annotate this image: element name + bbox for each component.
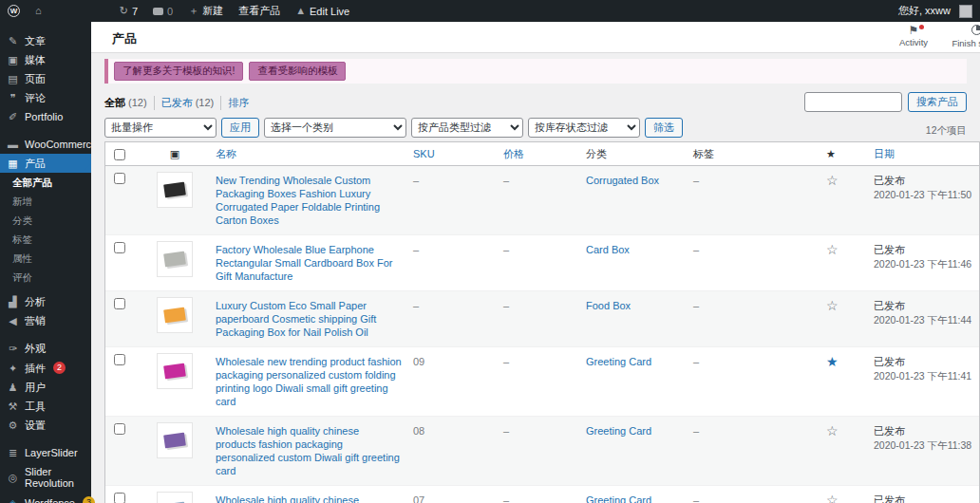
featured-star[interactable]: ★ [826, 354, 839, 369]
learn-more-templates-button[interactable]: 了解更多关于模板的知识! [114, 62, 243, 81]
table-header-row: ▣ 名称 SKU 价格 分类 标签 ★ 日期 [105, 142, 979, 166]
category-link[interactable]: Greeting Card [586, 425, 651, 437]
woocommerce-icon: ▬ [7, 139, 19, 150]
product-name-link[interactable]: New Trending Wholesale Custom Packaging … [216, 174, 402, 227]
sidebar-item-appearance[interactable]: ✑ 外观 [0, 339, 91, 358]
products-icon: ▦ [7, 158, 19, 169]
publish-status: 已发布 [874, 494, 975, 503]
featured-star[interactable]: ☆ [826, 173, 839, 188]
featured-star[interactable]: ☆ [826, 493, 839, 503]
sidebar-item-portfolio[interactable]: ✐ Portfolio [0, 107, 91, 126]
stock-status-filter-select[interactable]: 按库存状态过滤 [528, 118, 640, 138]
submenu-item-tags[interactable]: 标签 [0, 231, 91, 250]
apply-button[interactable]: 应用 [221, 118, 259, 138]
sidebar-item-layerslider[interactable]: ≣ LayerSlider [0, 443, 91, 462]
view-sorting-link[interactable]: 排序 [221, 96, 255, 110]
page-title: 产品 [112, 30, 137, 47]
filter-button[interactable]: 筛选 [645, 118, 683, 138]
sidebar-item-settings[interactable]: ⚙ 设置 [0, 416, 91, 435]
product-type-filter-select[interactable]: 按产品类型过滤 [411, 118, 523, 138]
name-column-header[interactable]: 名称 [212, 142, 409, 165]
comments-icon [153, 8, 163, 15]
category-link[interactable]: Card Box [586, 244, 630, 255]
product-thumbnail[interactable] [138, 166, 212, 215]
product-name-link[interactable]: Wholesale high quality chinese products … [216, 424, 402, 477]
product-name-link[interactable]: Luxury Custom Eco Small Paper paperboard… [216, 299, 402, 339]
sidebar-item-media[interactable]: ▣ 媒体 [0, 50, 91, 69]
submenu-item-add-new[interactable]: 新增 [0, 193, 91, 212]
product-thumbnail[interactable] [138, 235, 212, 285]
activity-button[interactable]: ⚑ Activity [885, 25, 942, 47]
product-thumbnail[interactable] [138, 417, 212, 466]
wrench-icon: ⚒ [7, 401, 19, 412]
category-link[interactable]: Greeting Card [586, 356, 651, 367]
sku-column-header[interactable]: SKU [409, 142, 499, 165]
wordpress-logo[interactable]: W [0, 0, 28, 22]
sidebar-item-plugins[interactable]: ✦ 插件 2 [0, 358, 91, 378]
product-thumbnail[interactable] [138, 347, 212, 397]
date-column-header[interactable]: 日期 [870, 142, 979, 165]
publish-date: 2020-01-23 下午11:41 [874, 369, 975, 382]
category-link[interactable]: Corrugated Box [586, 175, 659, 186]
featured-star[interactable]: ☆ [826, 242, 839, 257]
bulk-actions-select[interactable]: 批量操作 [104, 118, 217, 138]
main-content: 产品 ⚑ Activity Finish setup 了解更多关于模板的知识! … [91, 22, 980, 503]
product-name-link[interactable]: Wholesale high quality chinese products … [216, 494, 402, 503]
sidebar-item-pages[interactable]: ▤ 页面 [0, 69, 91, 88]
comments-link[interactable]: 0 [145, 0, 180, 22]
row-checkbox[interactable] [114, 242, 125, 253]
table-row: Factory Wholesale Blue Earphone Rectangu… [105, 235, 979, 291]
row-checkbox[interactable] [114, 354, 125, 365]
featured-star[interactable]: ☆ [826, 423, 839, 438]
product-thumbnail[interactable] [138, 486, 212, 503]
sidebar-item-slider-revolution[interactable]: ◎ Slider Revolution [0, 462, 91, 493]
account-menu[interactable]: 您好, xxww [891, 0, 980, 22]
submenu-item-all-products[interactable]: 全部产品 [0, 174, 91, 193]
submenu-item-attributes[interactable]: 属性 [0, 250, 91, 269]
megaphone-icon: ◀ [7, 315, 19, 326]
updates-link[interactable]: ↻ 7 [112, 0, 145, 22]
product-name-link[interactable]: Factory Wholesale Blue Earphone Rectangu… [216, 243, 402, 283]
tag-column-header: 标签 [689, 142, 822, 165]
shield-icon: ◈ [7, 497, 19, 503]
submenu-item-reviews[interactable]: 评价 [0, 269, 91, 288]
row-checkbox[interactable] [114, 423, 125, 435]
product-name-link[interactable]: Wholesale new trending product fashion p… [216, 355, 402, 408]
price-column-header[interactable]: 价格 [499, 142, 582, 165]
sidebar-item-comments[interactable]: ❞ 评论 [0, 88, 91, 107]
sidebar-item-wordfence[interactable]: ◈ Wordfence 3 [0, 493, 91, 503]
sidebar-item-products[interactable]: ▦ 产品 [0, 154, 91, 173]
price-value: – [499, 347, 582, 376]
sidebar-item-marketing[interactable]: ◀ 营销 [0, 311, 91, 330]
edit-live-link[interactable]: ▲ Edit Live [288, 0, 357, 22]
row-checkbox[interactable] [114, 493, 125, 503]
site-home-link[interactable]: ⌂ [28, 0, 49, 22]
sidebar-item-analytics[interactable]: ▟ 分析 [0, 292, 91, 311]
sidebar-item-posts[interactable]: ✎ 文章 [0, 31, 91, 50]
product-thumbnail[interactable] [138, 291, 212, 341]
featured-star[interactable]: ☆ [826, 298, 839, 313]
product-image [157, 422, 193, 458]
sidebar-item-users[interactable]: ♟ 用户 [0, 378, 91, 397]
category-column-header: 分类 [582, 142, 689, 165]
search-products-button[interactable]: 搜索产品 [908, 92, 967, 112]
home-icon: ⌂ [35, 6, 42, 16]
new-content-link[interactable]: ＋ 新建 [180, 0, 231, 22]
view-product-link[interactable]: 查看产品 [231, 0, 288, 22]
date-cell: 已发布2020-01-23 下午11:41 [870, 347, 979, 390]
finish-setup-button[interactable]: Finish setup [948, 25, 980, 48]
category-filter-select[interactable]: 选择一个类别 [264, 118, 406, 138]
sidebar-item-tools[interactable]: ⚒ 工具 [0, 397, 91, 416]
row-checkbox[interactable] [114, 298, 125, 309]
view-all-link[interactable]: 全部 (12) [104, 96, 155, 110]
view-published-link[interactable]: 已发布 (12) [155, 96, 222, 110]
submenu-item-categories[interactable]: 分类 [0, 212, 91, 231]
select-all-checkbox[interactable] [114, 149, 125, 160]
sidebar-item-woocommerce[interactable]: ▬ WooCommerce [0, 135, 91, 154]
wordfence-badge: 3 [83, 496, 95, 503]
view-affected-templates-button[interactable]: 查看受影响的模板 [249, 62, 346, 81]
row-checkbox[interactable] [114, 173, 125, 184]
category-link[interactable]: Food Box [586, 300, 631, 311]
category-link[interactable]: Greeting Card [586, 494, 651, 503]
search-products-input[interactable] [804, 92, 902, 112]
